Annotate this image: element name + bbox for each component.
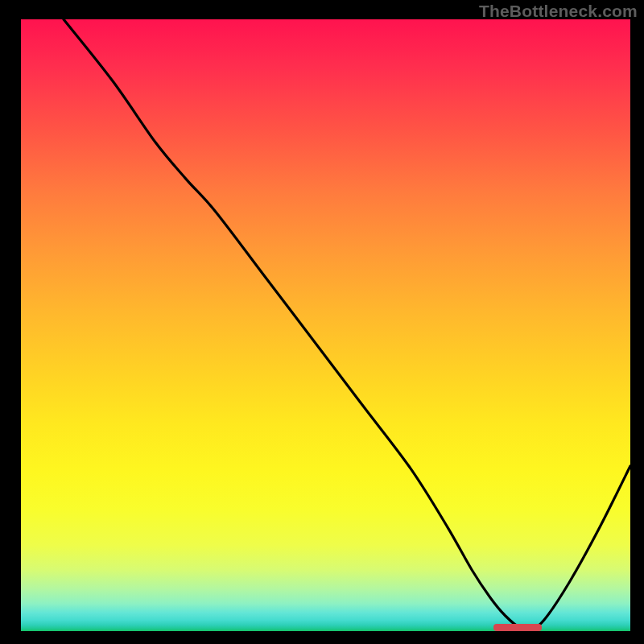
optimal-range-marker	[493, 624, 543, 631]
chart-frame	[21, 19, 630, 631]
watermark-text: TheBottleneck.com	[479, 2, 638, 21]
bottleneck-curve	[21, 19, 630, 631]
